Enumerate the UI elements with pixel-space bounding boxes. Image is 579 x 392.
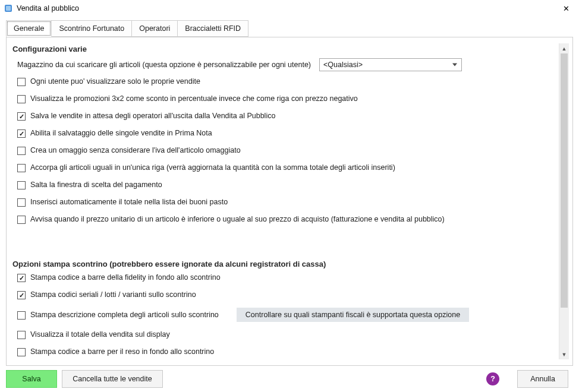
panel-scroll: Configurazioni varie Magazzino da cui sc…: [12, 43, 559, 359]
chk-abilita-prima-nota[interactable]: [17, 129, 26, 138]
save-button-label: Salva: [22, 375, 40, 383]
tab-braccialetti[interactable]: Braccialetti RFID: [178, 20, 248, 37]
magazzino-select[interactable]: <Qualsiasi>: [319, 58, 462, 71]
window-title: Vendita al pubblico: [17, 4, 553, 12]
scroll-down-icon[interactable]: ▼: [559, 349, 569, 359]
chk-crea-omaggio[interactable]: [17, 147, 26, 155]
tab-panel: Configurazioni varie Magazzino da cui sc…: [6, 37, 573, 366]
help-glyph: ?: [490, 375, 495, 383]
chk-stampa-seriali-label: Stampa codici seriali / lotti / varianti…: [30, 290, 196, 299]
group-configurazioni-title: Configurazioni varie: [12, 45, 555, 53]
chk-stampa-barre-reso-label: Stampa codice a barre per il reso in fon…: [30, 347, 214, 356]
chk-inserisci-auto-label: Inserisci automaticamente il totale nell…: [30, 198, 228, 206]
cancella-vendite-button[interactable]: Cancella tutte le vendite: [62, 370, 163, 388]
chk-salva-vendite-label: Salva le vendite in attesa degli operato…: [30, 112, 275, 120]
chk-salva-vendite[interactable]: [17, 112, 26, 121]
chk-salta-finestra[interactable]: [17, 181, 26, 189]
chk-visualizza-promo-label: Visualizza le promozioni 3x2 come sconto…: [30, 94, 358, 103]
titlebar: Vendita al pubblico ✕: [0, 0, 579, 17]
chk-inserisci-auto[interactable]: [17, 198, 26, 207]
bottom-bar: Salva Cancella tutte le vendite ? Annull…: [0, 366, 579, 392]
scroll-track[interactable]: [559, 53, 569, 349]
help-icon[interactable]: ?: [486, 372, 499, 385]
chk-stampa-barre-fidelity-label: Stampa codice a barre della fidelity in …: [30, 273, 221, 282]
hint-controllare[interactable]: Controllare su quali stampanti fiscali è…: [237, 308, 469, 322]
close-icon: ✕: [563, 4, 569, 13]
vertical-scrollbar[interactable]: ▲ ▼: [559, 43, 569, 359]
scroll-thumb[interactable]: [561, 53, 568, 308]
content-area: Generale Scontrino Fortunato Operatori B…: [0, 17, 579, 366]
chk-stampa-barre-fidelity[interactable]: [17, 274, 26, 282]
group-stampa-title: Opzioni stampa scontrino (potrebbero ess…: [12, 260, 555, 268]
app-icon: [4, 4, 13, 13]
scroll-up-icon[interactable]: ▲: [559, 43, 569, 53]
tab-scontrino-label: Scontrino Fortunato: [59, 24, 124, 33]
chk-abilita-prima-nota-label: Abilita il salvataggio delle singole ven…: [30, 129, 212, 137]
magazzino-select-value: <Qualsiasi>: [323, 61, 363, 69]
tab-generale[interactable]: Generale: [6, 20, 52, 37]
chk-visualizza-totale[interactable]: [17, 331, 26, 339]
chk-crea-omaggio-label: Crea un omaggio senza considerare l'iva …: [30, 146, 241, 154]
chk-visualizza-promo[interactable]: [17, 95, 26, 103]
chk-stampa-descr[interactable]: [17, 311, 26, 320]
annulla-button-label: Annulla: [530, 375, 555, 383]
chk-stampa-seriali[interactable]: [17, 291, 26, 299]
magazzino-label: Magazzino da cui scaricare gli articoli …: [17, 61, 311, 69]
chk-stampa-descr-label: Stampa descrizione completa degli artico…: [30, 311, 219, 319]
chk-salta-finestra-label: Salta la finestra di scelta del pagament…: [30, 181, 162, 189]
chk-accorpa[interactable]: [17, 164, 26, 172]
tab-operatori[interactable]: Operatori: [132, 20, 178, 37]
save-button[interactable]: Salva: [6, 370, 57, 388]
tab-operatori-label: Operatori: [139, 24, 170, 33]
chk-avvisa[interactable]: [17, 216, 26, 224]
chk-avvisa-label: Avvisa quando il prezzo unitario di un a…: [30, 215, 445, 223]
cancella-button-label: Cancella tutte le vendite: [73, 375, 152, 383]
chk-accorpa-label: Accorpa gli articoli uguali in un'unica …: [30, 163, 395, 172]
svg-rect-1: [6, 6, 11, 11]
tab-scontrino-fortunato[interactable]: Scontrino Fortunato: [52, 20, 132, 37]
tabstrip: Generale Scontrino Fortunato Operatori B…: [6, 20, 573, 37]
tab-generale-label: Generale: [14, 24, 44, 33]
annulla-button[interactable]: Annulla: [517, 370, 568, 388]
chk-ogni-utente-label: Ogni utente puo' visualizzare solo le pr…: [30, 77, 200, 86]
chk-visualizza-totale-label: Visualizza il totale della vendita sul d…: [30, 330, 170, 339]
tab-braccialetti-label: Braccialetti RFID: [185, 24, 241, 33]
chk-ogni-utente[interactable]: [17, 78, 26, 86]
chk-stampa-barre-reso[interactable]: [17, 348, 26, 356]
close-button[interactable]: ✕: [553, 0, 579, 17]
